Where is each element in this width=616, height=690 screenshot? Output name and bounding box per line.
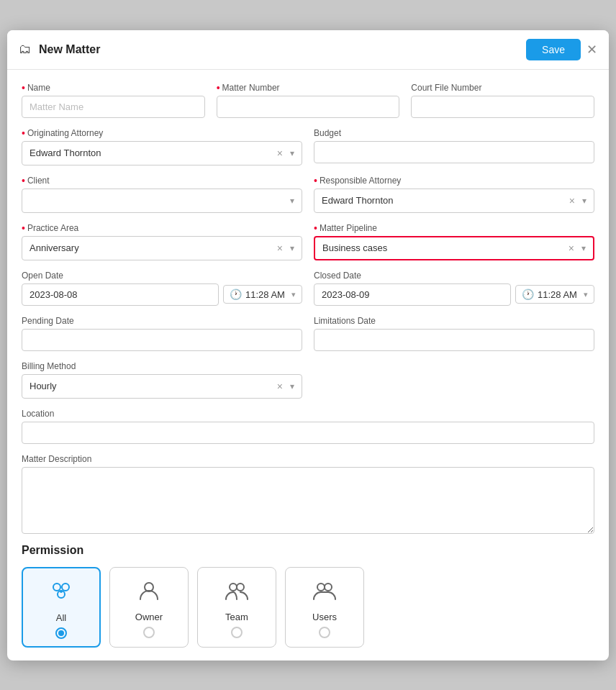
closed-time-arrow[interactable]: ▾ xyxy=(584,290,588,299)
close-button[interactable]: ✕ xyxy=(586,43,597,56)
closed-date-input[interactable] xyxy=(314,283,511,306)
required-dot-name: • xyxy=(22,83,25,93)
all-icon xyxy=(48,578,74,608)
group-matter-description: Matter Description xyxy=(22,454,594,534)
closed-date-input-wrap xyxy=(314,283,511,306)
owner-icon xyxy=(136,578,162,607)
permission-card-users[interactable]: Users xyxy=(285,567,364,648)
open-time-value: 11:28 AM xyxy=(245,289,288,300)
svg-point-5 xyxy=(230,584,237,591)
closed-time-wrap[interactable]: 🕐 11:28 AM ▾ xyxy=(515,285,594,304)
closed-time-value: 11:28 AM xyxy=(538,289,580,300)
users-radio-wrap xyxy=(319,627,330,638)
required-dot-client: • xyxy=(22,176,25,186)
modal-title-area: 🗂 New Matter xyxy=(19,42,100,57)
orig-attorney-clear[interactable]: × xyxy=(274,146,286,160)
practice-area-select[interactable]: Anniversary × ▾ xyxy=(22,236,302,260)
practice-area-actions: × ▾ xyxy=(274,241,297,255)
orig-attorney-select[interactable]: Edward Thornton × ▾ xyxy=(22,141,302,165)
matter-number-input[interactable] xyxy=(217,96,400,118)
svg-point-1 xyxy=(62,584,69,591)
billing-arrow[interactable]: ▾ xyxy=(287,380,297,393)
label-matter-number: • Matter Number xyxy=(217,83,400,93)
resp-attorney-arrow[interactable]: ▾ xyxy=(579,194,589,207)
modal-header: 🗂 New Matter Save ✕ xyxy=(7,30,609,70)
row-pending: Pending Date Limitations Date xyxy=(22,316,594,351)
client-arrow[interactable]: ▾ xyxy=(287,194,297,207)
label-name: • Name xyxy=(22,83,205,93)
group-client: • Client ▾ xyxy=(22,176,302,213)
permission-title: Permission xyxy=(22,544,594,557)
row-name: • Name • Matter Number Court File Number xyxy=(22,83,594,118)
responsible-attorney-select[interactable]: Edward Thornton × ▾ xyxy=(314,189,594,213)
team-label: Team xyxy=(225,612,248,622)
resp-attorney-clear[interactable]: × xyxy=(566,194,578,208)
practice-area-arrow[interactable]: ▾ xyxy=(287,242,297,255)
billing-method-select[interactable]: Hourly × ▾ xyxy=(22,374,302,399)
open-date-datetime: 🕐 11:28 AM ▾ xyxy=(22,283,302,306)
row-dates: Open Date 🕐 11:28 AM ▾ Closed Date xyxy=(22,271,594,306)
svg-point-3 xyxy=(60,590,63,593)
team-radio-wrap xyxy=(231,627,243,638)
matter-pipeline-value: Business cases xyxy=(322,242,566,253)
permission-card-owner[interactable]: Owner xyxy=(109,567,189,648)
row-location: Location xyxy=(22,409,594,444)
label-open-date: Open Date xyxy=(22,271,302,281)
svg-point-7 xyxy=(317,584,325,591)
row-client: • Client ▾ • Responsible Attorney Edward… xyxy=(22,176,594,213)
name-input[interactable] xyxy=(22,96,205,118)
permission-cards: All Owner xyxy=(22,567,594,648)
briefcase-icon: 🗂 xyxy=(19,42,32,57)
group-matter-pipeline: • Matter Pipeline Business cases × ▾ xyxy=(314,223,594,260)
responsible-attorney-value: Edward Thornton xyxy=(322,195,566,206)
clock-icon-closed: 🕐 xyxy=(522,289,534,300)
group-limitations-date: Limitations Date xyxy=(314,316,594,351)
group-court-file: Court File Number xyxy=(411,83,594,118)
budget-input[interactable] xyxy=(314,141,594,163)
modal-title: New Matter xyxy=(39,43,100,56)
orig-attorney-actions: × ▾ xyxy=(274,146,297,160)
orig-attorney-value: Edward Thornton xyxy=(30,147,274,158)
permission-section: Permission All xyxy=(22,544,594,648)
permission-card-team[interactable]: Team xyxy=(197,567,276,648)
save-button[interactable]: Save xyxy=(526,39,581,60)
billing-method-value: Hourly xyxy=(30,381,274,391)
orig-attorney-arrow[interactable]: ▾ xyxy=(287,147,297,160)
matter-description-textarea[interactable] xyxy=(22,467,594,534)
closed-date-datetime: 🕐 11:28 AM ▾ xyxy=(314,283,594,306)
row-billing: Billing Method Hourly × ▾ xyxy=(22,361,594,399)
open-time-wrap[interactable]: 🕐 11:28 AM ▾ xyxy=(223,285,302,304)
pipeline-actions: × ▾ xyxy=(566,241,589,255)
practice-area-clear[interactable]: × xyxy=(274,241,286,255)
billing-clear[interactable]: × xyxy=(274,379,286,394)
resp-attorney-actions: × ▾ xyxy=(566,194,589,208)
open-time-arrow[interactable]: ▾ xyxy=(291,290,296,299)
label-court-file: Court File Number xyxy=(411,83,594,93)
modal-body: • Name • Matter Number Court File Number xyxy=(7,70,609,661)
label-practice-area: • Practice Area xyxy=(22,223,302,233)
pipeline-clear[interactable]: × xyxy=(566,241,577,255)
required-dot-orig: • xyxy=(22,128,25,138)
owner-label: Owner xyxy=(135,612,163,622)
client-select[interactable]: ▾ xyxy=(22,189,302,213)
limitations-date-input[interactable] xyxy=(314,329,594,351)
label-billing-method: Billing Method xyxy=(22,361,302,371)
pending-date-input[interactable] xyxy=(22,329,302,351)
label-matter-description: Matter Description xyxy=(22,454,594,464)
group-closed-date: Closed Date 🕐 11:28 AM ▾ xyxy=(314,271,594,306)
location-input[interactable] xyxy=(22,422,594,444)
court-file-input[interactable] xyxy=(411,96,594,118)
pipeline-arrow[interactable]: ▾ xyxy=(579,242,589,255)
group-open-date: Open Date 🕐 11:28 AM ▾ xyxy=(22,271,302,306)
matter-pipeline-select[interactable]: Business cases × ▾ xyxy=(314,236,594,260)
open-date-input[interactable] xyxy=(22,283,219,306)
label-limitations-date: Limitations Date xyxy=(314,316,594,326)
owner-radio-wrap xyxy=(143,627,155,638)
users-label: Users xyxy=(312,612,337,622)
group-location: Location xyxy=(22,409,594,444)
required-dot-matter: • xyxy=(217,83,220,93)
owner-radio xyxy=(143,627,155,638)
permission-card-all[interactable]: All xyxy=(22,567,101,648)
label-closed-date: Closed Date xyxy=(314,271,594,281)
group-billing-method: Billing Method Hourly × ▾ xyxy=(22,361,302,399)
